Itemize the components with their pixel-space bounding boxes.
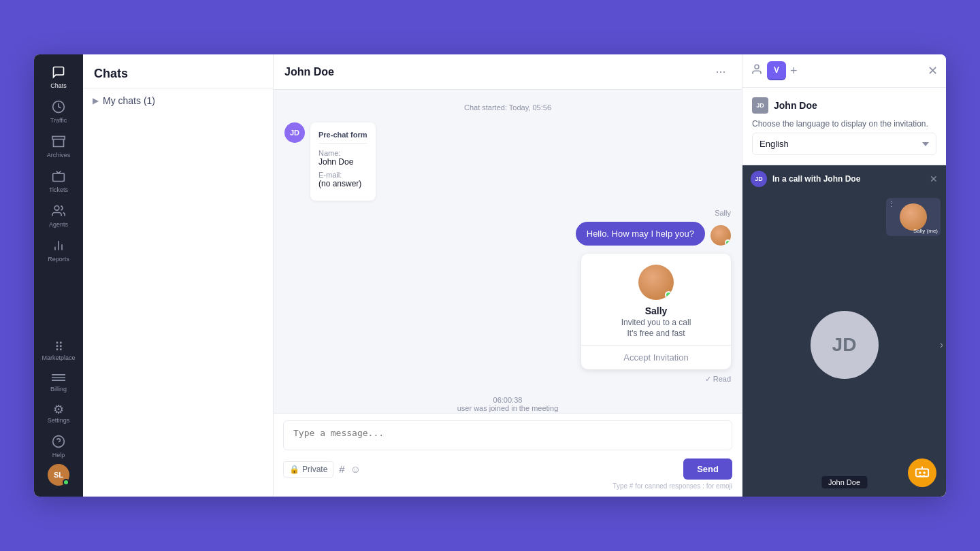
sidebar-item-help[interactable]: Help <box>34 429 83 464</box>
call-online-dot <box>665 291 672 299</box>
sidebar-item-traffic-label: Traffic <box>50 117 67 124</box>
message-row: JD Pre-chat form Name: John Doe E-mail: … <box>284 122 731 201</box>
call-invitation-avatar <box>638 265 674 300</box>
sidebar-item-tickets[interactable]: Tickets <box>34 164 83 199</box>
agent-avatar <box>710 225 731 246</box>
chat-main: John Doe ··· Chat started: Today, 05:56 … <box>274 54 742 497</box>
contact-panel: V + ✕ JD John Doe Choose the language to… <box>742 54 946 497</box>
chat-messages: Chat started: Today, 05:56 JD Pre-chat f… <box>274 90 742 413</box>
chats-icon <box>52 65 65 81</box>
svg-rect-1 <box>52 137 65 139</box>
call-invitation-card: Sally Invited you to a call It's free an… <box>581 254 731 369</box>
chat-input-field[interactable] <box>283 420 732 450</box>
pre-chat-form-card: Pre-chat form Name: John Doe E-mail: (no… <box>310 122 376 201</box>
close-icon[interactable]: ✕ <box>928 63 938 78</box>
video-call-area: JD John Doe ⋮ Sally (me) › <box>742 193 946 497</box>
traffic-icon <box>52 100 65 116</box>
video-pip: ⋮ Sally (me) <box>886 198 941 236</box>
agent-message-bubble: Hello. How may I help you? <box>576 222 705 246</box>
hash-button[interactable]: # <box>339 463 344 475</box>
avatar: JD <box>284 122 305 143</box>
contact-profile-icon[interactable] <box>751 63 763 78</box>
sidebar-item-chats[interactable]: Chats <box>34 60 83 95</box>
read-status: ✓ Read <box>705 375 731 384</box>
my-chats-label: My chats (1) <box>103 95 155 106</box>
call-invitation-text-1: Invited you to a call <box>621 318 691 327</box>
system-message: 06:00:38 user was joined in the meeting <box>284 392 731 413</box>
chat-title: John Doe <box>284 66 334 78</box>
viber-icon[interactable]: V <box>767 61 786 80</box>
tickets-icon <box>52 169 65 185</box>
contact-info-row: JD John Doe <box>752 97 936 114</box>
sidebar-item-reports[interactable]: Reports <box>34 233 83 268</box>
video-pip-avatar <box>900 203 927 231</box>
system-message-time: 06:00:38 <box>493 396 523 404</box>
message-sender-name: Sally <box>715 209 731 217</box>
send-button[interactable]: Send <box>683 458 732 480</box>
form-email-value: (no answer) <box>318 179 368 188</box>
chatbot-button[interactable] <box>908 458 936 487</box>
video-pip-menu-icon[interactable]: ⋮ <box>888 200 895 207</box>
form-name-value: John Doe <box>318 157 368 167</box>
call-invitation-name: Sally <box>645 305 668 316</box>
system-message-text: user was joined in the meeting <box>457 404 559 412</box>
sidebar-item-tickets-label: Tickets <box>49 186 68 193</box>
sidebar-item-marketplace[interactable]: ⠿ Marketplace <box>34 335 83 367</box>
svg-point-12 <box>755 65 759 69</box>
private-button[interactable]: 🔒 Private <box>283 461 333 478</box>
chat-input-area: 🔒 Private # ☺ Send Type # for canned res… <box>274 413 742 497</box>
video-nav-right-icon[interactable]: › <box>940 339 943 351</box>
sidebar-item-billing-label: Billing <box>50 386 67 393</box>
pre-chat-form-title: Pre-chat form <box>318 131 368 144</box>
sidebar-item-traffic[interactable]: Traffic <box>34 95 83 129</box>
sidebar-item-settings[interactable]: ⚙ Settings <box>34 398 83 429</box>
chats-title: Chats <box>94 67 128 80</box>
sidebar-item-chats-label: Chats <box>50 82 67 89</box>
svg-point-3 <box>54 206 59 211</box>
language-select[interactable]: English French German Spanish <box>752 133 936 155</box>
sidebar-item-help-label: Help <box>52 452 65 458</box>
form-name-row: Name: John Doe <box>318 149 368 167</box>
agents-icon <box>52 204 65 220</box>
accept-invitation-button[interactable]: Accept Invitation <box>581 345 731 369</box>
video-pip-name: Sally (me) <box>913 228 938 234</box>
add-icon[interactable]: + <box>790 64 798 78</box>
contact-info: JD John Doe Choose the language to displ… <box>742 88 946 165</box>
sidebar-item-archives[interactable]: Archives <box>34 129 83 164</box>
emoji-button[interactable]: ☺ <box>350 463 361 475</box>
my-chats-section[interactable]: ▶ My chats (1) <box>83 88 273 113</box>
more-options-button[interactable]: ··· <box>710 62 731 82</box>
language-select-label: Choose the language to display on the in… <box>752 119 936 129</box>
chat-input-tools: 🔒 Private # ☺ <box>283 461 361 478</box>
sidebar-item-marketplace-label: Marketplace <box>42 354 75 361</box>
in-call-prefix: In a call with <box>772 174 823 184</box>
in-call-name: John Doe <box>823 174 861 184</box>
message-row: Sally Invited you to a call It's free an… <box>284 254 731 384</box>
lock-icon: 🔒 <box>289 465 299 474</box>
call-invitation-text-2: It's free and fast <box>627 329 685 338</box>
online-badge <box>63 479 69 486</box>
chat-header-actions: ··· <box>710 62 731 82</box>
user-avatar[interactable]: SL <box>48 464 69 486</box>
chat-main-header: John Doe ··· <box>274 54 742 90</box>
marketplace-icon: ⠿ <box>54 341 63 353</box>
chat-date-divider: Chat started: Today, 05:56 <box>284 101 731 114</box>
sidebar-item-agents[interactable]: Agents <box>34 199 83 233</box>
sidebar-item-agents-label: Agents <box>49 221 68 228</box>
help-icon <box>52 435 65 450</box>
in-call-close-button[interactable]: ✕ <box>930 173 938 184</box>
video-main-avatar: JD <box>811 311 879 379</box>
contact-panel-header: V + ✕ <box>742 54 946 88</box>
online-dot <box>725 239 731 246</box>
sidebar-item-billing[interactable]: Billing <box>34 367 83 398</box>
sidebar-item-settings-label: Settings <box>48 417 70 424</box>
private-label: Private <box>302 465 327 474</box>
chevron-right-icon: ▶ <box>93 96 99 105</box>
in-call-bar: JD In a call with John Doe ✕ <box>742 165 946 193</box>
billing-icon <box>52 372 65 384</box>
archives-icon <box>52 135 65 150</box>
chats-panel-header: Chats <box>83 54 273 88</box>
contact-avatar-sm: JD <box>752 97 768 114</box>
message-row: Sally Hello. How may I help you? <box>284 209 731 246</box>
reports-icon <box>52 239 65 254</box>
